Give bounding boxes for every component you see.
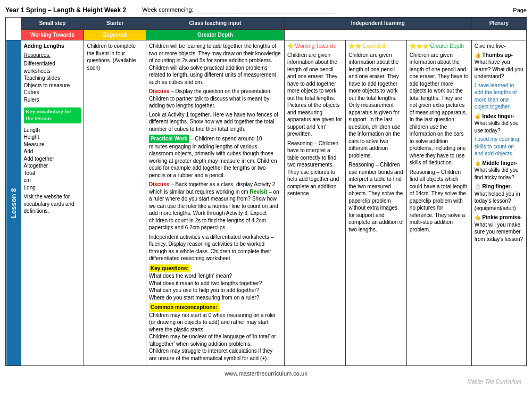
misconceptions: Common misconceptions: Children may not …: [149, 303, 281, 362]
greater-icon: ⭐⭐⭐ Greater Depth: [410, 43, 469, 50]
page-title: Year 1 Spring – Length & Height Week 2: [5, 6, 126, 14]
practical-label: Practical Work: [149, 135, 189, 143]
practical: Practical Work – Children to spend aroun…: [149, 135, 281, 179]
discuss2: Discuss – Back together as a class, disp…: [149, 181, 281, 231]
sub-header-expected: Expected: [84, 30, 146, 40]
working-text2: Reasoning – Children have to interpret a…: [287, 140, 343, 197]
col-header-plenary: Plenary: [471, 18, 526, 30]
greater-text2: Reasoning – Children find all objects wh…: [410, 169, 469, 234]
expected-cell: ⭐⭐ Expected Children are given informati…: [346, 40, 407, 366]
plenary-ring: 💍 Ring finger- What helped you in today'…: [475, 183, 523, 212]
plenary-thumbs-blue: I have learned to add the lengths of mor…: [475, 82, 523, 111]
vocab-box: Key vocabulary for the lesson: [24, 107, 81, 123]
working-text1: Children are given information about the…: [287, 52, 343, 138]
footer-brand: Master The Curriculum: [5, 379, 527, 387]
key-questions: Key questions: What does the word 'lengt…: [149, 264, 281, 302]
misconceptions-label: Common misconceptions:: [149, 303, 219, 312]
key-questions-label: Key questions:: [149, 264, 190, 273]
page-label: Page: [513, 7, 527, 13]
plenary-cell: Give me five- 👍 Thumbs up- What have you…: [471, 40, 526, 366]
expected-text1: Children are given information about the…: [348, 52, 404, 160]
greater-text1: Children are given information about the…: [410, 52, 469, 167]
discuss1-label: Discuss: [149, 88, 169, 94]
class-teaching-cell: Children will be learning to add togethe…: [146, 40, 284, 366]
revisit-label: Revisit: [250, 189, 267, 195]
col-header-small-step: Small step: [21, 18, 84, 30]
week-commencing: Week commencing:: [142, 6, 335, 14]
vocab-words: LengthHeightMeasureAddAdd togetherAltoge…: [24, 127, 81, 192]
visit-text: Visit the website for vocabulary cards a…: [24, 193, 81, 215]
sub-header-greater: Greater Depth: [146, 30, 284, 40]
plenary-pinkie: 🤙 Pinkie promise- What will you make sur…: [475, 214, 523, 243]
resources-label: Resources:: [24, 52, 51, 58]
col-header-starter: Starter: [84, 18, 146, 30]
discuss2-label: Discuss: [149, 181, 169, 187]
resources-list: Differentiated worksheets Teaching slide…: [24, 60, 81, 103]
plenary-intro: Give me five-: [475, 43, 523, 50]
footer: www.masterthecurriculum.co.uk: [5, 366, 527, 379]
starter-cell: Children to complete the fluent in four …: [84, 40, 146, 366]
page-header: Year 1 Spring – Length & Height Week 2 W…: [5, 4, 527, 17]
plenary-index: ☝ Index finger- What skills did you use …: [475, 113, 523, 135]
working-icon: ⭐ Working Towards: [287, 43, 343, 50]
col-header-independent: Independent learning: [284, 18, 471, 30]
expected-text2: Reasoning – Children use number bonds an…: [348, 161, 404, 233]
greater-depth-cell: ⭐⭐⭐ Greater Depth Children are given inf…: [406, 40, 471, 366]
lesson-label: Lesson 8: [6, 40, 21, 366]
starter-text: Children to complete the fluent in four …: [87, 43, 143, 71]
class-teaching-intro: Children will be learning to add togethe…: [149, 43, 281, 86]
col-header-class-teaching: Class teaching input: [146, 18, 284, 30]
small-step-cell: Adding Lengths Resources: Differentiated…: [21, 40, 84, 366]
plenary-thumbs: 👍 Thumbs up- What have you learnt? What …: [475, 52, 523, 80]
expected-icon: ⭐⭐ Expected: [348, 43, 404, 50]
working-towards-cell: ⭐ Working Towards Children are given inf…: [284, 40, 345, 366]
discuss1: Discuss – Display the question on the pr…: [149, 88, 281, 110]
footer-website: www.masterthecurriculum.co.uk: [225, 370, 307, 377]
sub-header-working: Working Towards: [21, 30, 84, 40]
small-step-title: Adding Lengths: [24, 43, 64, 49]
activity1-text: Look at Activity 1 together. Here we hav…: [149, 111, 281, 133]
plenary-middle: 🖕 Middle finger- What skills did you fin…: [475, 160, 523, 181]
independent-text: Independent activities via differentiate…: [149, 234, 281, 262]
plenary-index-blue: I used my counting skills to count on an…: [475, 136, 523, 157]
lesson-plan-table: Small step Starter Class teaching input …: [5, 17, 527, 366]
